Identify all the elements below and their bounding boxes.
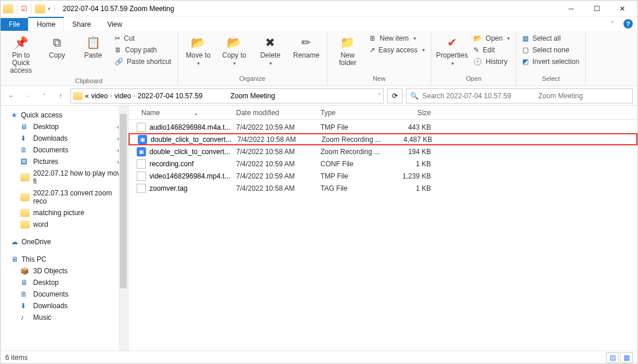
file-icon	[137, 172, 146, 181]
column-date[interactable]: Date modified	[236, 109, 320, 117]
scrollbar[interactable]	[119, 106, 128, 351]
delete-button[interactable]: ✖Delete	[254, 33, 287, 67]
separator	[54, 4, 55, 13]
sidebar-quick-access[interactable]: ★ Quick access	[1, 109, 128, 121]
easy-access-button[interactable]: ↗Easy access	[367, 45, 427, 55]
sidebar-item-label: matching picture	[33, 209, 84, 217]
invert-selection-button[interactable]: ◩Invert selection	[520, 56, 582, 67]
sidebar-item-2022-07-13-convert-zoom-reco[interactable]: 2022.07.13 convert zoom reco	[1, 187, 128, 207]
star-icon: ★	[11, 111, 17, 119]
copy-to-button[interactable]: 📂Copy to	[218, 33, 251, 67]
file-row[interactable]: recording.conf7/4/2022 10:59 AMCONF File…	[129, 158, 637, 170]
file-row[interactable]: video1468296984.mp4.t...7/4/2022 10:59 A…	[129, 170, 637, 182]
file-name: double_click_to_convert...	[151, 135, 231, 144]
pin-to-quick-access-button[interactable]: 📌 Pin to Quick access	[4, 33, 38, 76]
sidebar-item-music[interactable]: ♪Music	[1, 312, 128, 323]
selectall-icon: ▦	[522, 34, 529, 42]
file-row[interactable]: zoomver.tag7/4/2022 10:58 AMTAG File1 KB	[129, 182, 637, 194]
column-type[interactable]: Type	[320, 109, 396, 117]
chevron-right-icon[interactable]: ›	[110, 92, 112, 99]
file-date: 7/4/2022 10:58 AM	[237, 135, 322, 144]
details-view-button[interactable]: ▤	[606, 352, 619, 363]
history-button[interactable]: 🕘History	[471, 56, 512, 67]
sidebar-item-label: 2022.07.12 how to play mov fi	[33, 169, 123, 185]
minimize-button[interactable]: ─	[558, 1, 584, 17]
chevron-right-icon[interactable]: ›	[133, 92, 135, 99]
copypath-icon: 🗎	[115, 46, 122, 54]
tab-view[interactable]: View	[99, 18, 130, 31]
history-icon: 🕘	[473, 58, 482, 66]
file-row[interactable]: ▣double_click_to_convert...7/4/2022 10:5…	[129, 133, 637, 145]
breadcrumb-item[interactable]: 2022-07-04 10.57.59	[138, 92, 202, 100]
sidebar-item-downloads[interactable]: ⬇Downloads📌	[1, 133, 128, 144]
sidebar-item-downloads[interactable]: ⬇Downloads	[1, 300, 128, 312]
open-button[interactable]: 📂Open	[471, 33, 512, 44]
file-icon	[137, 159, 146, 169]
sidebar-item-word[interactable]: word	[1, 219, 128, 230]
select-all-button[interactable]: ▦Select all	[520, 33, 582, 44]
rename-button[interactable]: ✏Rename	[290, 33, 323, 60]
move-to-button[interactable]: 📂Move to	[181, 33, 215, 67]
sidebar-item-2022-07-12-how-to-play-mov-fi[interactable]: 2022.07.12 how to play mov fi	[1, 167, 128, 187]
qat-checkbox-icon[interactable]: ☑	[21, 5, 27, 13]
paste-shortcut-button[interactable]: 🔗Paste shortcut	[112, 56, 174, 67]
chevron-down-icon[interactable]: ˅	[378, 92, 381, 99]
refresh-button[interactable]: ⟳	[387, 88, 402, 104]
sidebar-item-label: 2022.07.13 convert zoom reco	[33, 189, 123, 205]
qat-dropdown-icon[interactable]: ▾	[48, 6, 51, 12]
breadcrumb-item[interactable]: Zoom Meeting	[230, 92, 275, 100]
up-button[interactable]: ↑	[54, 90, 67, 102]
forward-button[interactable]: →	[22, 90, 34, 102]
sidebar-item-documents[interactable]: 🗎Documents📌	[1, 144, 128, 156]
scrollbar-thumb[interactable]	[120, 114, 127, 288]
sidebar-item-desktop[interactable]: 🖥Desktop📌	[1, 121, 128, 133]
close-button[interactable]: ✕	[610, 1, 635, 17]
file-name: video1468296984.mp4.t...	[149, 172, 230, 180]
help-button[interactable]: ?	[619, 17, 637, 31]
sidebar-onedrive[interactable]: ☁ OneDrive	[1, 236, 128, 248]
item-icon: ⬇	[20, 302, 30, 310]
properties-button[interactable]: ✔Properties	[435, 33, 469, 67]
sidebar-item-label: Pictures	[33, 158, 58, 166]
copy-button[interactable]: ⧉ Copy	[40, 33, 74, 60]
sidebar-item-label: Desktop	[33, 279, 59, 287]
file-icon	[137, 184, 146, 193]
sidebar-item-documents[interactable]: 🗎Documents	[1, 288, 128, 300]
search-input[interactable]	[422, 92, 629, 100]
sidebar-item-pictures[interactable]: 🖼Pictures📌	[1, 156, 128, 167]
paste-button[interactable]: 📋 Paste	[76, 33, 110, 60]
file-date: 7/4/2022 10:59 AM	[236, 160, 320, 168]
recent-locations-button[interactable]: ˅	[38, 90, 51, 102]
select-none-button[interactable]: ▢Select none	[520, 45, 582, 55]
sidebar-this-pc[interactable]: 🖥 This PC	[1, 254, 128, 265]
file-date: 7/4/2022 10:59 AM	[236, 172, 320, 180]
delete-icon: ✖	[261, 34, 280, 51]
file-row[interactable]: ▣double_click_to_convert...7/4/2022 10:5…	[129, 145, 637, 158]
edit-button[interactable]: ✎Edit	[471, 45, 512, 55]
icons-view-button[interactable]: ▦	[620, 352, 633, 363]
file-size: 1,239 KB	[396, 172, 431, 180]
zoom-icon: ▣	[137, 147, 146, 156]
copy-path-button[interactable]: 🗎Copy path	[112, 45, 174, 55]
tab-home[interactable]: Home	[28, 17, 64, 31]
ribbon: 📌 Pin to Quick access ⧉ Copy 📋 Paste ✂Cu…	[1, 31, 637, 86]
sidebar-item-3d-objects[interactable]: 📦3D Objects	[1, 265, 128, 277]
breadcrumb-item[interactable]: video	[115, 92, 131, 100]
search-box[interactable]: 🔍	[406, 88, 633, 104]
cut-button[interactable]: ✂Cut	[112, 33, 174, 44]
new-item-button[interactable]: 🗎New item	[367, 33, 427, 44]
breadcrumb-item[interactable]: video	[91, 92, 108, 100]
collapse-ribbon-icon[interactable]: ˄	[606, 18, 619, 31]
tab-file[interactable]: File	[1, 18, 28, 31]
new-folder-button[interactable]: 📁New folder	[331, 33, 365, 68]
column-size[interactable]: Size	[396, 109, 431, 117]
tab-share[interactable]: Share	[64, 18, 99, 31]
file-row[interactable]: audio1468296984.m4a.t...7/4/2022 10:59 A…	[129, 121, 637, 133]
maximize-button[interactable]: ☐	[584, 1, 610, 17]
sidebar-item-label: Downloads	[33, 302, 67, 310]
column-name[interactable]: Name▴	[129, 109, 236, 117]
address-bar[interactable]: « video › video › 2022-07-04 10.57.59 Zo…	[70, 88, 384, 104]
back-button[interactable]: ←	[5, 90, 18, 102]
sidebar-item-matching-picture[interactable]: matching picture	[1, 207, 128, 219]
sidebar-item-desktop[interactable]: 🖥Desktop	[1, 277, 128, 288]
